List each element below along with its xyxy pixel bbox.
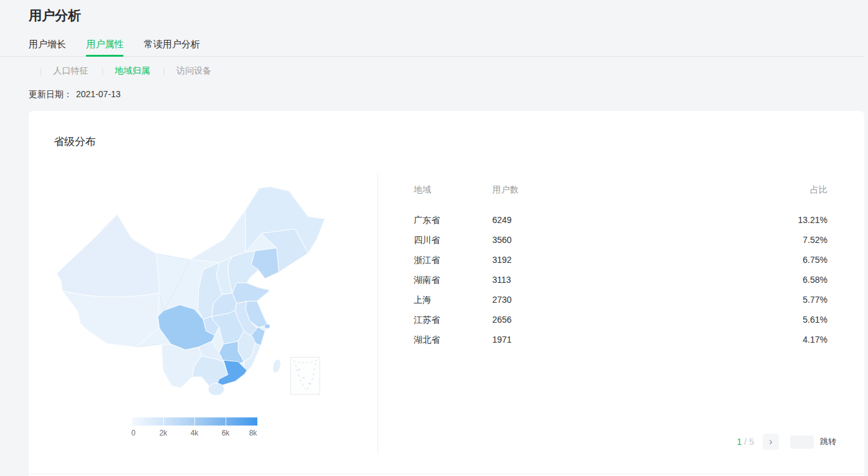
province-hainan[interactable] <box>208 383 224 396</box>
cell-share: 5.77% <box>740 290 827 310</box>
map-legend-gradient <box>132 417 257 426</box>
province-liaoning[interactable] <box>251 248 279 278</box>
province-inner-mongolia[interactable] <box>190 210 246 262</box>
next-page-button[interactable]: › <box>763 434 779 450</box>
cell-users: 6249 <box>492 210 740 230</box>
pagination-separator: / <box>744 437 746 447</box>
pagination-total-pages: 5 <box>749 437 754 447</box>
cell-region: 上海 <box>414 290 492 310</box>
table-row: 江苏省 2656 5.61% <box>414 310 827 330</box>
sub-tab[interactable]: 人口特征 <box>29 65 88 75</box>
table-row: 四川省 3560 7.52% <box>414 230 827 250</box>
cell-share: 6.58% <box>740 270 827 290</box>
cell-region: 浙江省 <box>414 250 492 270</box>
main-tabbar: 用户增长 用户属性 常读用户分析 <box>0 38 864 57</box>
map-legend-labels: 0 2k 4k 6k 8k <box>132 429 257 439</box>
cell-users: 3560 <box>492 230 740 250</box>
cell-users: 2730 <box>492 290 740 310</box>
cell-share: 13.21% <box>740 210 827 230</box>
main-tab[interactable]: 常读用户分析 <box>144 38 200 57</box>
table-row: 湖南省 3113 6.58% <box>414 270 827 290</box>
cell-region: 湖北省 <box>414 330 492 350</box>
update-date-row: 更新日期：2021-07-13 <box>29 89 121 100</box>
cell-share: 6.75% <box>740 250 827 270</box>
jump-button[interactable]: 跳转 <box>820 436 836 447</box>
sub-tab[interactable]: 访问设备 <box>152 65 211 75</box>
legend-tick: 4k <box>191 429 199 437</box>
sub-tab[interactable]: 地域归属 <box>90 65 150 75</box>
table-row: 浙江省 3192 6.75% <box>414 250 827 270</box>
cell-users: 3192 <box>492 250 740 270</box>
user-analysis-page: { "page": { "title": "用户分析", "background… <box>0 0 868 476</box>
card-title: 省级分布 <box>54 135 96 149</box>
col-header-users: 用户数 <box>492 184 740 194</box>
page-jump-input[interactable] <box>790 436 814 449</box>
province-taiwan[interactable] <box>272 358 282 373</box>
legend-tick: 2k <box>160 429 168 437</box>
cell-share: 4.17% <box>740 330 827 350</box>
cell-region: 四川省 <box>414 230 492 250</box>
table-row: 湖北省 1971 4.17% <box>414 330 827 350</box>
province-shandong[interactable] <box>232 283 270 303</box>
cell-users: 2656 <box>492 310 740 330</box>
legend-tick: 0 <box>131 429 136 437</box>
cell-region: 湖南省 <box>414 270 492 290</box>
cell-users: 1971 <box>492 330 740 350</box>
legend-tick: 6k <box>222 429 230 437</box>
province-distribution-card: 省级分布 <box>29 111 864 476</box>
update-date-value: 2021-07-13 <box>76 89 121 99</box>
main-tab[interactable]: 用户增长 <box>29 38 66 57</box>
province-shanghai[interactable] <box>264 324 270 328</box>
cell-users: 3113 <box>492 270 740 290</box>
card-section-divider <box>29 474 864 474</box>
region-table-body: 广东省 6249 13.21% 四川省 3560 7.52% 浙江省 3192 … <box>414 210 827 350</box>
cell-region: 广东省 <box>414 210 492 230</box>
main-tab[interactable]: 用户属性 <box>86 38 123 57</box>
cell-region: 江苏省 <box>414 310 492 330</box>
pagination-current-page: 1 <box>737 437 742 447</box>
col-header-region: 地域 <box>414 184 492 194</box>
province-xinjiang[interactable] <box>57 214 160 297</box>
region-table-header: 地域 用户数 占比 <box>414 184 827 194</box>
sub-tabbar: 人口特征 地域归属 访问设备 <box>29 65 211 77</box>
cell-share: 5.61% <box>740 310 827 330</box>
legend-tick: 8k <box>249 429 257 437</box>
cell-share: 7.52% <box>740 230 827 250</box>
table-row: 上海 2730 5.77% <box>414 290 827 310</box>
chevron-right-icon: › <box>769 437 772 447</box>
region-table: 地域 用户数 占比 广东省 6249 13.21% 四川省 3560 7.52% <box>414 184 827 350</box>
province-tibet[interactable] <box>62 291 160 347</box>
col-header-share: 占比 <box>740 184 827 194</box>
pagination: 1 / 5 › 跳转 <box>737 434 836 450</box>
update-date-label: 更新日期： <box>29 89 72 99</box>
page-title: 用户分析 <box>29 7 81 24</box>
china-choropleth-map <box>49 166 384 429</box>
table-row: 广东省 6249 13.21% <box>414 210 827 230</box>
south-china-sea-inset <box>290 357 320 394</box>
